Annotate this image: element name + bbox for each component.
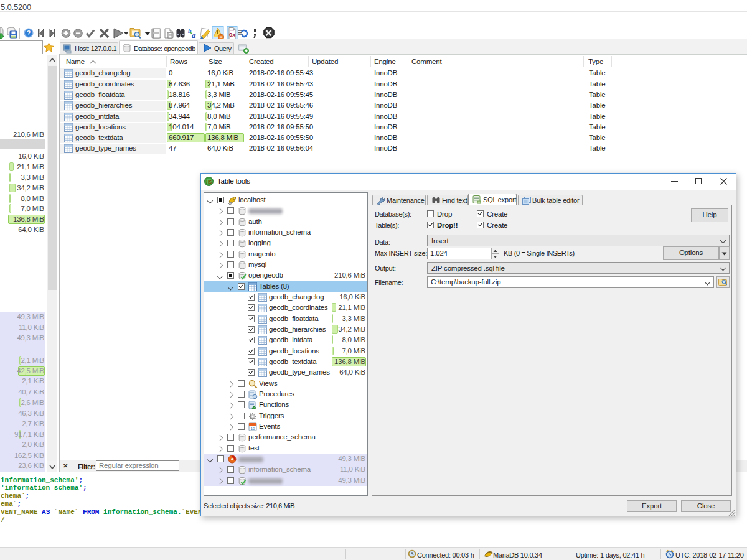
svg-text:HS: HS [206, 180, 212, 184]
svg-text:10: 10 [251, 427, 255, 431]
svg-text:?: ? [27, 30, 31, 37]
svg-text:0x: 0x [229, 31, 236, 38]
